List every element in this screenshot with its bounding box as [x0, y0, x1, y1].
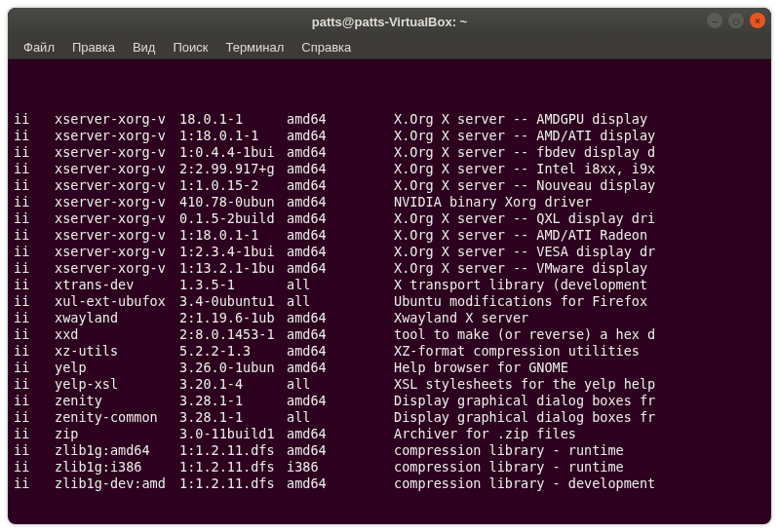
package-row: ii xz-utils5.2.2-1.3amd64XZ-format compr… — [14, 343, 765, 360]
package-row: ii yelp3.26.0-1ubunamd64Help browser for… — [14, 360, 765, 376]
pkg-status: ii — [14, 409, 55, 426]
pkg-desc: X.Org X server -- VMware display — [394, 260, 765, 277]
pkg-name: xtrans-dev — [55, 277, 179, 293]
pkg-name: xserver-xorg-v — [55, 177, 179, 194]
pkg-version: 1:0.4.4-1bui — [179, 144, 287, 161]
pkg-desc: Display graphical dialog boxes fr — [394, 409, 765, 426]
menu-file[interactable]: Файл — [16, 38, 62, 57]
pkg-status: ii — [14, 244, 55, 260]
pkg-status: ii — [14, 393, 55, 409]
pkg-name: xz-utils — [55, 343, 179, 360]
pkg-status: ii — [14, 210, 55, 227]
menu-search[interactable]: Поиск — [165, 38, 215, 57]
window-controls: – ▢ × — [707, 13, 765, 28]
package-row: ii zip3.0-11build1amd64Archiver for .zip… — [14, 426, 765, 442]
pkg-desc: X.Org X server -- Intel i8xx, i9x — [394, 161, 765, 177]
pkg-desc: X.Org X server -- QXL display dri — [394, 210, 765, 227]
pkg-version: 3.28.1-1 — [179, 393, 287, 409]
pkg-name: zip — [55, 426, 179, 442]
pkg-name: xul-ext-ubufox — [55, 293, 179, 310]
pkg-name: xserver-xorg-v — [55, 111, 179, 128]
pkg-status: ii — [14, 310, 55, 326]
pkg-name: xserver-xorg-v — [55, 227, 179, 244]
pkg-status: ii — [14, 343, 55, 360]
pkg-desc: NVIDIA binary Xorg driver — [394, 194, 765, 210]
pkg-version: 2:2.99.917+g — [179, 161, 287, 177]
pkg-status: ii — [14, 277, 55, 293]
terminal-viewport[interactable]: ii xserver-xorg-v18.0.1-1amd64X.Org X se… — [8, 59, 771, 524]
pkg-arch: amd64 — [287, 475, 394, 492]
maximize-button[interactable]: ▢ — [728, 13, 744, 28]
pkg-arch: all — [287, 277, 394, 293]
package-row: ii xserver-xorg-v1:1.0.15-2amd64X.Org X … — [14, 177, 765, 194]
pkg-version: 3.4-0ubuntu1 — [179, 293, 287, 310]
pkg-arch: amd64 — [287, 393, 394, 409]
package-row: ii zlib1g-dev:amd1:1.2.11.dfsamd64compre… — [14, 475, 765, 492]
menu-help[interactable]: Справка — [293, 38, 359, 57]
pkg-version: 1:1.2.11.dfs — [179, 442, 287, 459]
pkg-status: ii — [14, 475, 55, 492]
package-row: ii xserver-xorg-v1:2.3.4-1buiamd64X.Org … — [14, 244, 765, 260]
package-row: ii xserver-xorg-v1:18.0.1-1amd64X.Org X … — [14, 128, 765, 144]
pkg-desc: tool to make (or reverse) a hex d — [394, 326, 765, 343]
pkg-arch: amd64 — [287, 244, 394, 260]
pkg-name: xserver-xorg-v — [55, 194, 179, 210]
pkg-version: 1:1.2.11.dfs — [179, 475, 287, 492]
pkg-name: zlib1g:amd64 — [55, 442, 179, 459]
pkg-version: 5.2.2-1.3 — [179, 343, 287, 360]
titlebar: patts@patts-VirtualBox: ~ – ▢ × — [8, 8, 771, 35]
pkg-version: 3.26.0-1ubun — [179, 360, 287, 376]
pkg-desc: X.Org X server -- AMD/ATI display — [394, 128, 765, 144]
pkg-name: zenity-common — [55, 409, 179, 426]
package-row: ii xserver-xorg-v1:18.0.1-1amd64X.Org X … — [14, 227, 765, 244]
pkg-status: ii — [14, 194, 55, 210]
pkg-arch: amd64 — [287, 310, 394, 326]
menubar: Файл Правка Вид Поиск Терминал Справка — [8, 35, 771, 59]
pkg-version: 1:18.0.1-1 — [179, 227, 287, 244]
pkg-status: ii — [14, 144, 55, 161]
terminal-window: patts@patts-VirtualBox: ~ – ▢ × Файл Пра… — [8, 8, 771, 524]
pkg-arch: all — [287, 293, 394, 310]
menu-view[interactable]: Вид — [125, 38, 164, 57]
pkg-desc: X.Org X server -- AMD/ATI Radeon — [394, 227, 765, 244]
minimize-button[interactable]: – — [707, 13, 722, 28]
pkg-version: 1:13.2.1-1bu — [179, 260, 287, 277]
pkg-desc: X.Org X server -- VESA display dr — [394, 244, 765, 260]
pkg-arch: i386 — [287, 459, 394, 475]
pkg-arch: amd64 — [287, 360, 394, 376]
close-button[interactable]: × — [750, 13, 765, 28]
package-row: ii xserver-xorg-v1:0.4.4-1buiamd64X.Org … — [14, 144, 765, 161]
pkg-arch: amd64 — [287, 210, 394, 227]
package-row: ii xserver-xorg-v18.0.1-1amd64X.Org X se… — [14, 111, 765, 128]
pkg-status: ii — [14, 293, 55, 310]
pkg-arch: amd64 — [287, 343, 394, 360]
pkg-version: 18.0.1-1 — [179, 111, 287, 128]
pkg-name: xserver-xorg-v — [55, 128, 179, 144]
package-row: ii yelp-xsl3.20.1-4allXSL stylesheets fo… — [14, 376, 765, 393]
pkg-status: ii — [14, 111, 55, 128]
pkg-status: ii — [14, 442, 55, 459]
pkg-desc: Xwayland X server — [394, 310, 765, 326]
pkg-version: 3.20.1-4 — [179, 376, 287, 393]
pkg-version: 1:1.0.15-2 — [179, 177, 287, 194]
pkg-name: xserver-xorg-v — [55, 210, 179, 227]
menu-terminal[interactable]: Терминал — [217, 38, 292, 57]
pkg-name: xxd — [55, 326, 179, 343]
pkg-arch: amd64 — [287, 144, 394, 161]
pkg-version: 1:18.0.1-1 — [179, 128, 287, 144]
pkg-status: ii — [14, 360, 55, 376]
pkg-name: xserver-xorg-v — [55, 244, 179, 260]
package-row: ii zlib1g:amd641:1.2.11.dfsamd64compress… — [14, 442, 765, 459]
package-row: ii xserver-xorg-v410.78-0ubunamd64NVIDIA… — [14, 194, 765, 210]
pkg-name: zlib1g-dev:amd — [55, 475, 179, 492]
pkg-status: ii — [14, 227, 55, 244]
menu-edit[interactable]: Правка — [64, 38, 123, 57]
package-row: ii zenity3.28.1-1amd64Display graphical … — [14, 393, 765, 409]
pkg-version: 3.28.1-1 — [179, 409, 287, 426]
pkg-name: xwayland — [55, 310, 179, 326]
pkg-desc: XSL stylesheets for the yelp help — [394, 376, 765, 393]
pkg-arch: all — [287, 376, 394, 393]
pkg-arch: amd64 — [287, 161, 394, 177]
pkg-arch: amd64 — [287, 227, 394, 244]
package-row: ii xul-ext-ubufox3.4-0ubuntu1allUbuntu m… — [14, 293, 765, 310]
